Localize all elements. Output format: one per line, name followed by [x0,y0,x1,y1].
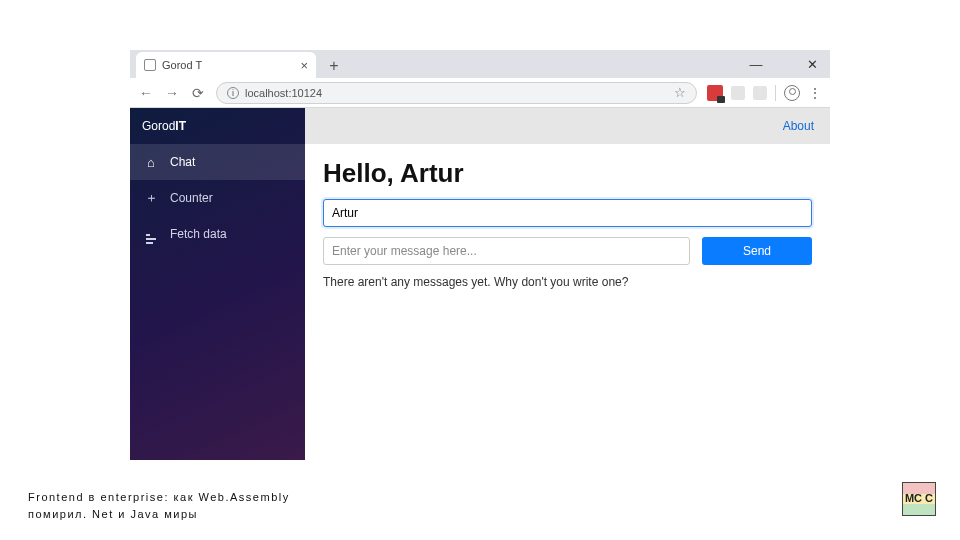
tab-close-icon[interactable]: × [300,58,308,73]
message-input[interactable] [323,237,690,265]
extension-badge-icon[interactable] [707,85,723,101]
browser-window: Gorod T × + — ✕ ← → ⟳ i localhost:10124 … [130,50,830,460]
sidebar-item-label: Fetch data [170,227,227,241]
home-icon: ⌂ [144,155,158,170]
main: Hello, Artur Send There aren't any messa… [305,144,830,303]
window-controls: — ✕ [748,57,830,78]
separator [775,85,776,101]
profile-avatar-icon[interactable] [784,85,800,101]
menu-kebab-icon[interactable]: ⋮ [808,85,822,101]
tab-title: Gorod T [162,59,294,71]
omnibox[interactable]: i localhost:10124 ☆ [216,82,697,104]
sidebar-item-fetchdata[interactable]: Fetch data [130,216,305,252]
sidebar-item-counter[interactable]: ＋ Counter [130,180,305,216]
brand: Gorod IT [130,108,305,144]
mcc-logo: MC C [902,482,936,516]
mcc-logo-text: MC C [903,483,935,515]
slide-caption: Frontend в enterprise: как Web.Assembly … [28,489,290,522]
brand-bold: IT [175,119,186,133]
new-tab-button[interactable]: + [322,54,346,78]
page-title: Hello, Artur [323,158,812,189]
minimize-button[interactable]: — [748,57,764,72]
reload-icon[interactable]: ⟳ [190,85,206,101]
send-button[interactable]: Send [702,237,812,265]
content: About Hello, Artur Send There aren't any… [305,108,830,460]
message-row: Send [323,237,812,265]
sidebar-item-label: Counter [170,191,213,205]
extension-icon[interactable] [753,86,767,100]
maximize-button[interactable] [776,57,792,72]
address-bar: ← → ⟳ i localhost:10124 ☆ ⋮ [130,78,830,108]
forward-icon[interactable]: → [164,85,180,101]
empty-state: There aren't any messages yet. Why don't… [323,275,812,289]
list-icon [144,224,158,244]
plus-icon: ＋ [144,189,158,207]
extension-icon[interactable] [731,86,745,100]
favicon-icon [144,59,156,71]
extensions-area: ⋮ [707,85,822,101]
caption-line-1: Frontend в enterprise: как Web.Assembly [28,489,290,506]
about-link[interactable]: About [783,119,814,133]
browser-tab[interactable]: Gorod T × [136,52,316,78]
viewport: Gorod IT ⌂ Chat ＋ Counter Fetch data Abo… [130,108,830,460]
close-window-button[interactable]: ✕ [804,57,820,72]
titlebar: Gorod T × + — ✕ [130,50,830,78]
url-text: localhost:10124 [245,87,322,99]
info-icon: i [227,87,239,99]
sidebar: Gorod IT ⌂ Chat ＋ Counter Fetch data [130,108,305,460]
brand-text: Gorod [142,119,175,133]
caption-line-2: помирил. Net и Java миры [28,506,290,523]
bookmark-star-icon[interactable]: ☆ [674,85,686,100]
sidebar-item-label: Chat [170,155,195,169]
topbar: About [305,108,830,144]
sidebar-item-chat[interactable]: ⌂ Chat [130,144,305,180]
back-icon[interactable]: ← [138,85,154,101]
name-input[interactable] [323,199,812,227]
